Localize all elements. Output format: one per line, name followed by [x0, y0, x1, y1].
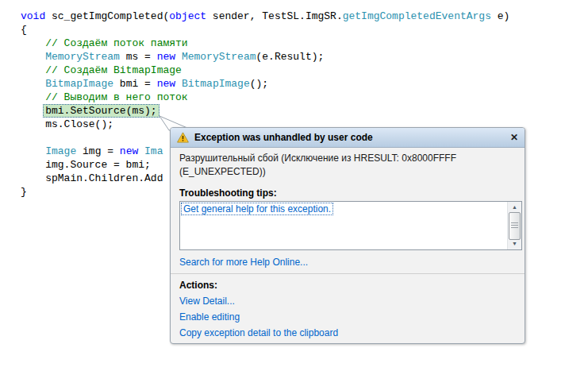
code-token: BitmapImage [45, 78, 113, 90]
code-line: BitmapImage bmi = new BitmapImage(); [21, 77, 509, 91]
code-indent [21, 78, 45, 90]
scrollbar-track[interactable]: ▲ ▼ [507, 202, 521, 249]
actions-label: Actions: [179, 280, 518, 292]
actions-separator [171, 273, 525, 274]
dialog-body: Разрушительный сбой (Исключение из HRESU… [171, 152, 525, 339]
code-token [175, 78, 182, 90]
code-line: void sc_getImgCompleted(object sender, T… [21, 10, 509, 23]
code-token: img = [76, 145, 120, 157]
action-copy-exception-link[interactable]: Copy exception detail to the clipboard [179, 327, 518, 339]
troubleshooting-label: Troubleshooting tips: [179, 187, 518, 199]
dialog-titlebar[interactable]: Exception was unhandled by user code ✕ [171, 128, 525, 148]
code-token: sc_getImgCompleted( [45, 10, 169, 22]
troubleshooting-tips-listbox[interactable]: Get general help for this exception. ▲ ▼ [179, 201, 522, 250]
code-token: bmi = [113, 78, 157, 90]
dialog-title: Exception was unhandled by user code [194, 132, 510, 143]
exception-message: Разрушительный сбой (Исключение из HRESU… [179, 152, 506, 179]
action-enable-editing-link[interactable]: Enable editing [179, 311, 518, 323]
code-line: { [21, 23, 509, 37]
code-comment-line: // Создаём поток памяти [21, 37, 509, 50]
code-token: (); [250, 78, 268, 90]
code-token: new [120, 145, 138, 157]
action-view-detail-link[interactable]: View Detail... [179, 296, 518, 307]
code-indent [21, 145, 45, 157]
code-token: Image [45, 145, 76, 157]
scrollbar-down-icon[interactable]: ▼ [508, 240, 521, 248]
exception-assistant-dialog: Exception was unhandled by user code ✕ Р… [170, 127, 525, 344]
code-line: MemoryStream ms = new MemoryStream(e.Res… [21, 50, 509, 64]
code-token: e) [491, 10, 509, 22]
code-token [175, 51, 182, 63]
code-token: BitmapImage [182, 78, 250, 90]
code-token: (e.Result); [256, 51, 325, 63]
close-icon[interactable]: ✕ [510, 133, 518, 142]
scrollbar-thumb[interactable] [509, 212, 521, 240]
code-token: MemoryStream [45, 51, 120, 63]
exception-highlighted-statement: bmi.SetSource(ms); [43, 104, 159, 118]
code-comment-line: // Выводим в него поток [21, 91, 509, 104]
code-token [138, 145, 144, 157]
code-token: ms = [120, 51, 157, 63]
code-line: bmi.SetSource(ms); [21, 104, 509, 118]
code-token: MemoryStream [182, 51, 256, 63]
code-token: getImgCompletedEventArgs [343, 10, 491, 22]
code-token: new [157, 51, 175, 63]
code-comment-line: // Создаём BitmapImage [21, 64, 509, 77]
code-token: sender, TestSL.ImgSR. [206, 10, 343, 22]
tip-link-general-help[interactable]: Get general help for this exception. [181, 203, 333, 215]
code-token: object [169, 10, 206, 22]
code-token: new [157, 78, 175, 90]
warning-icon [177, 132, 189, 143]
scrollbar-up-icon[interactable]: ▲ [508, 203, 521, 211]
code-token: void [21, 10, 45, 22]
code-token: Ima [144, 145, 163, 157]
code-indent [21, 51, 45, 63]
code-indent [21, 105, 45, 117]
search-help-online-link[interactable]: Search for more Help Online... [179, 257, 518, 269]
